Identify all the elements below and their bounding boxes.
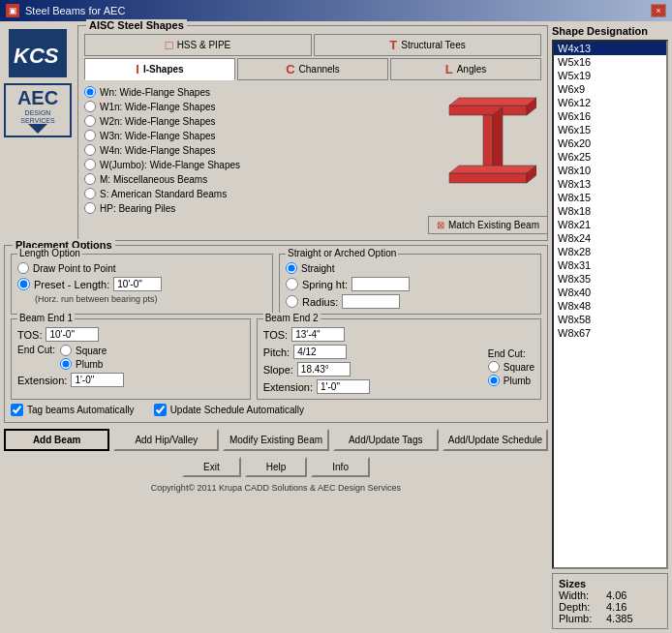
update-schedule-checkbox[interactable] bbox=[154, 404, 167, 416]
title-bar: ▣ Steel Beams for AEC × bbox=[0, 0, 672, 21]
svg-marker-10 bbox=[449, 98, 536, 106]
ext-1-row: Extension: bbox=[17, 373, 244, 387]
shape-radio-item-8: HP: Bearing Piles bbox=[84, 202, 431, 214]
main-container: KCS AEC DESIGN SERVICES AISC Steel Shape… bbox=[0, 21, 672, 633]
ext-1-input[interactable] bbox=[71, 373, 124, 387]
svg-marker-3 bbox=[449, 106, 527, 115]
depth-row: Depth: 4.16 bbox=[559, 601, 661, 613]
modify-existing-beam-button[interactable]: Modify Existing Beam bbox=[223, 429, 328, 451]
shape-radio-2[interactable] bbox=[84, 115, 96, 127]
plumb-2-radio[interactable] bbox=[488, 375, 500, 386]
shape-radio-8[interactable] bbox=[84, 202, 96, 214]
shape-list-item[interactable]: W8x40 bbox=[554, 286, 666, 299]
shape-radio-6[interactable] bbox=[84, 173, 96, 185]
tab-hss-pipe[interactable]: □ HSS & PIPE bbox=[84, 34, 312, 56]
tab-i-shapes[interactable]: I I-Shapes bbox=[84, 58, 235, 80]
arch-options: Straight Spring ht: Radius: bbox=[286, 262, 535, 309]
shape-list-item[interactable]: W8x13 bbox=[554, 177, 666, 191]
info-button[interactable]: Info bbox=[311, 457, 370, 477]
shape-radio-5[interactable] bbox=[84, 159, 96, 170]
svg-marker-6 bbox=[493, 107, 503, 173]
square-1-radio[interactable] bbox=[60, 345, 72, 356]
shape-radio-0[interactable] bbox=[84, 86, 96, 98]
match-existing-beam-button[interactable]: ⊠ Match Existing Beam bbox=[428, 216, 548, 234]
shape-list-item[interactable]: W6x16 bbox=[554, 109, 666, 123]
shape-radio-3[interactable] bbox=[84, 130, 96, 141]
tag-beams-checkbox[interactable] bbox=[11, 404, 23, 416]
shape-list-item[interactable]: W8x10 bbox=[554, 164, 666, 177]
plumb-2-radio-item: Plumb bbox=[488, 375, 535, 386]
shape-list-item[interactable]: W8x48 bbox=[554, 299, 666, 313]
exit-row: Exit Help Info bbox=[4, 457, 548, 477]
shape-list-item[interactable]: W8x21 bbox=[554, 218, 666, 231]
radius-input[interactable] bbox=[342, 294, 400, 309]
shape-list-item[interactable]: W6x15 bbox=[554, 123, 666, 136]
kcs-logo: KCS bbox=[9, 29, 67, 77]
shape-list-item[interactable]: W4x13 bbox=[554, 42, 666, 55]
straight-radio[interactable] bbox=[286, 262, 297, 274]
tag-beams-check-item: Tag beams Automatically bbox=[11, 404, 135, 416]
shape-radio-item-5: W(Jumbo): Wide-Flange Shapes bbox=[84, 159, 431, 170]
placement-top-section: Length Option Draw Point to Point Preset… bbox=[11, 254, 541, 315]
slope-input[interactable] bbox=[297, 362, 351, 377]
plumb-1-radio[interactable] bbox=[60, 358, 72, 370]
help-button[interactable]: Help bbox=[245, 457, 308, 477]
shape-list[interactable]: W4x13W5x16W5x19W6x9W6x12W6x16W6x15W6x20W… bbox=[552, 40, 668, 569]
tos1-input[interactable] bbox=[46, 327, 99, 342]
add-beam-button[interactable]: Add Beam bbox=[4, 429, 109, 451]
preset-length-input[interactable] bbox=[113, 277, 162, 291]
shape-radio-4[interactable] bbox=[84, 144, 96, 156]
shape-list-item[interactable]: W8x35 bbox=[554, 272, 666, 286]
shape-list-item[interactable]: W6x12 bbox=[554, 96, 666, 109]
shape-list-item[interactable]: W5x16 bbox=[554, 55, 666, 69]
spring-ht-input[interactable] bbox=[351, 277, 410, 291]
add-hip-valley-button[interactable]: Add Hip/Valley bbox=[113, 429, 219, 451]
straight-radio-item: Straight bbox=[286, 262, 535, 274]
square-2-radio[interactable] bbox=[488, 361, 500, 373]
shape-list-item[interactable]: W6x25 bbox=[554, 150, 666, 164]
svg-text:KCS: KCS bbox=[14, 44, 59, 68]
shape-radio-1[interactable] bbox=[84, 101, 96, 112]
end-cut-2-radios: Square Plumb bbox=[488, 361, 535, 386]
shape-list-item[interactable]: W8x67 bbox=[554, 326, 666, 340]
shape-list-item[interactable]: W8x28 bbox=[554, 245, 666, 258]
shape-list-item[interactable]: W8x24 bbox=[554, 231, 666, 245]
window-title: Steel Beams for AEC bbox=[25, 5, 125, 16]
shape-radio-7[interactable] bbox=[84, 188, 96, 199]
tab-angles[interactable]: L Angles bbox=[390, 58, 541, 80]
svg-marker-5 bbox=[483, 115, 493, 173]
shape-list-item[interactable]: W8x15 bbox=[554, 191, 666, 204]
radius-row: Radius: bbox=[286, 294, 535, 309]
shape-radio-item-6: M: Miscellaneous Beams bbox=[84, 173, 431, 185]
pitch-input[interactable] bbox=[293, 345, 347, 359]
radius-radio[interactable] bbox=[286, 295, 298, 308]
straight-arched-group: Straight or Arched Option Straight Sprin… bbox=[279, 254, 541, 315]
shape-designation-title: Shape Designation bbox=[552, 25, 668, 37]
sizes-panel: Sizes Width: 4.06 Depth: 4.16 Plumb: 4.3… bbox=[552, 573, 668, 629]
exit-button[interactable]: Exit bbox=[182, 457, 241, 477]
spring-ht-radio[interactable] bbox=[286, 278, 298, 290]
shape-list-item[interactable]: W6x9 bbox=[554, 82, 666, 96]
draw-point-radio[interactable] bbox=[17, 262, 29, 274]
tab-structural-tees[interactable]: T Structural Tees bbox=[314, 34, 541, 56]
shape-list-item[interactable]: W8x58 bbox=[554, 313, 666, 326]
update-schedule-check-item: Update Schedule Automatically bbox=[154, 404, 304, 416]
add-update-schedule-button[interactable]: Add/Update Schedule bbox=[443, 429, 548, 451]
close-button[interactable]: × bbox=[651, 4, 666, 17]
spring-ht-row: Spring ht: bbox=[286, 277, 535, 291]
shape-list-item[interactable]: W8x31 bbox=[554, 258, 666, 272]
shape-list-item[interactable]: W8x18 bbox=[554, 204, 666, 218]
length-option-group: Length Option Draw Point to Point Preset… bbox=[11, 254, 273, 315]
add-update-tags-button[interactable]: Add/Update Tags bbox=[333, 429, 439, 451]
ext-2-input[interactable] bbox=[317, 379, 370, 394]
shape-list-item[interactable]: W6x20 bbox=[554, 136, 666, 150]
shape-list-item[interactable]: W5x19 bbox=[554, 69, 666, 82]
end-cut-1-row: End Cut: Square Plumb bbox=[17, 345, 244, 370]
end-cut-1-radios: Square Plumb bbox=[60, 345, 107, 370]
square-1-radio-item: Square bbox=[60, 345, 107, 356]
ibeam-svg bbox=[440, 86, 536, 212]
tos2-input[interactable] bbox=[291, 327, 345, 342]
tab-channels[interactable]: C Channels bbox=[237, 58, 388, 80]
preset-radio[interactable] bbox=[17, 278, 30, 290]
right-panel: Shape Designation W4x13W5x16W5x19W6x9W6x… bbox=[552, 25, 668, 629]
